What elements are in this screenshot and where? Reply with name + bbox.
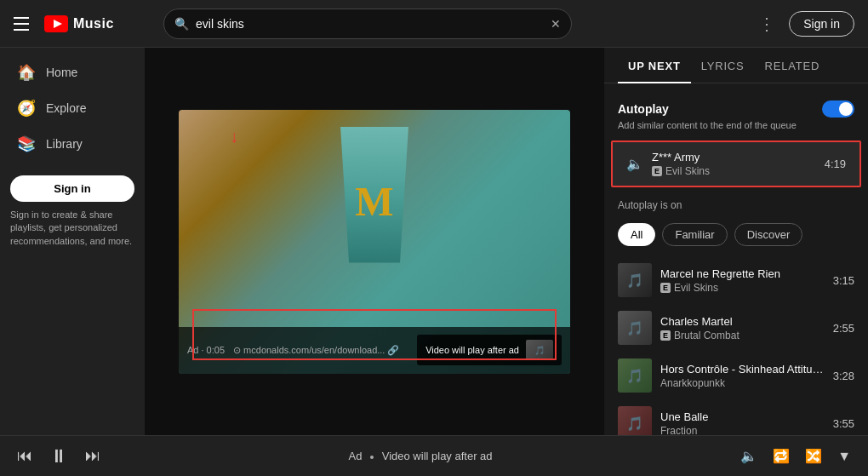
ad-status-bar: Ad Video will play after ad	[117, 450, 723, 462]
queue-item-title: Marcel ne Regrette Rien	[660, 267, 825, 280]
chip-familiar[interactable]: Familiar	[662, 223, 727, 246]
queue-item-info: Marcel ne Regrette Rien E Evil Skins	[660, 267, 825, 294]
main-content: 🏠 Home 🧭 Explore 📚 Library Sign in Sign …	[0, 48, 868, 435]
tab-related[interactable]: RELATED	[755, 48, 831, 83]
queue-item-duration: 2:55	[833, 322, 854, 335]
repeat-button[interactable]: 🔁	[769, 444, 793, 467]
ad-bar: Ad · 0:05 ⊙ mcdonalds.com/us/en/download…	[179, 327, 570, 374]
app-title: Music	[73, 16, 114, 32]
explicit-badge: E	[652, 166, 662, 176]
artist-name: Anarkkopunkk	[660, 377, 725, 389]
sidebar-signin-area: Sign in Sign in to create & share playli…	[10, 175, 134, 248]
bottom-bar: ⏮ ⏸ ⏭ Ad Video will play after ad 🔈 🔁 🔀 …	[0, 435, 868, 476]
queue-item-title: Une Balle	[660, 410, 825, 423]
queue-item-thumbnail: 🎵	[618, 406, 652, 435]
now-playing-duration: 4:19	[825, 158, 846, 170]
previous-button[interactable]: ⏮	[14, 444, 36, 468]
library-icon: 📚	[17, 135, 34, 153]
queue-item-duration: 3:55	[833, 417, 854, 430]
chip-all[interactable]: All	[618, 223, 655, 246]
explicit-badge: E	[660, 330, 671, 341]
queue-content: Autoplay Add similar content to the end …	[604, 83, 868, 435]
now-playing-artist: E Evil Skins	[652, 165, 816, 177]
sidebar-label-explore: Explore	[46, 101, 86, 115]
queue-item-artist: E Evil Skins	[660, 282, 825, 294]
autoplay-is-on-text: Autoplay is on	[604, 194, 868, 220]
search-icon: 🔍	[174, 17, 189, 31]
queue-item-info: Charles Martel E Brutal Combat	[660, 315, 825, 341]
now-playing-info: Z*** Army E Evil Skins	[652, 151, 816, 177]
right-playback-controls: 🔈 🔁 🔀 ▼	[737, 444, 854, 467]
pause-button[interactable]: ⏸	[46, 442, 71, 471]
now-playing-title: Z*** Army	[652, 151, 816, 163]
logo-area[interactable]: Music	[44, 15, 114, 32]
sidebar-label-home: Home	[46, 66, 77, 79]
sidebar-label-library: Library	[46, 137, 83, 151]
queue-item[interactable]: 🎵 Marcel ne Regrette Rien E Evil Skins 3…	[611, 256, 861, 304]
signin-button-topbar[interactable]: Sign in	[789, 11, 854, 37]
tab-up-next[interactable]: UP NEXT	[618, 48, 691, 83]
autoplay-row: Autoplay	[618, 100, 854, 118]
thumb-icon: 🎵	[626, 368, 643, 384]
thumb-icon: 🎵	[626, 272, 643, 289]
playback-controls: ⏮ ⏸ ⏭	[14, 442, 104, 471]
annotation-arrow-down: ↓	[230, 127, 238, 146]
clear-search-icon[interactable]: ✕	[551, 17, 561, 31]
queue-item[interactable]: 🎵 Hors Contrôle - Skinhead Attitude Anar…	[611, 352, 861, 399]
chip-discover[interactable]: Discover	[734, 223, 803, 246]
youtube-music-logo	[44, 15, 68, 32]
sidebar-item-home[interactable]: 🏠 Home	[0, 54, 145, 90]
tab-lyrics[interactable]: LYRICS	[691, 48, 755, 83]
queue-tabs: UP NEXT LYRICS RELATED	[604, 48, 868, 83]
ad-url-text: ⊙ mcdonalds.com/us/en/download... 🔗	[233, 345, 399, 356]
queue-list: 🎵 Marcel ne Regrette Rien E Evil Skins 3…	[604, 256, 868, 435]
search-bar: 🔍 ✕	[163, 9, 572, 39]
ad-timer-text: Ad · 0:05	[187, 345, 225, 355]
explore-icon: 🧭	[17, 99, 34, 118]
mini-thumb-icon: 🎵	[534, 346, 545, 355]
queue-item[interactable]: 🎵 Charles Martel E Brutal Combat 2:55	[611, 304, 861, 352]
shuffle-button[interactable]: 🔀	[802, 444, 825, 467]
autoplay-section: Autoplay Add similar content to the end …	[604, 94, 868, 141]
thumb-icon: 🎵	[626, 320, 643, 336]
queue-item-artist: Anarkkopunkk	[660, 377, 825, 389]
ad-label: Ad	[349, 450, 363, 462]
now-playing-row[interactable]: 🔈 Z*** Army E Evil Skins 4:19	[611, 141, 861, 187]
sidebar-signin-button[interactable]: Sign in	[10, 175, 134, 202]
explicit-badge: E	[660, 283, 671, 293]
artist-name: Brutal Combat	[674, 330, 740, 341]
artist-name: Fraction	[660, 425, 697, 436]
video-thumbnail[interactable]: M ↓ Ad · 0:05 ⊙ mcdonalds.com/us/en/down…	[179, 110, 570, 374]
hamburger-icon[interactable]	[14, 14, 34, 34]
mini-thumbnail: 🎵	[526, 340, 553, 360]
volume-button[interactable]: 🔈	[737, 444, 761, 467]
status-separator	[370, 456, 374, 459]
search-input[interactable]	[196, 17, 544, 31]
autoplay-description: Add similar content to the end of the qu…	[618, 120, 854, 130]
topbar-right: ⋮ Sign in	[755, 10, 854, 37]
queue-item-duration: 3:15	[833, 274, 854, 287]
player-area: M ↓ Ad · 0:05 ⊙ mcdonalds.com/us/en/down…	[145, 48, 604, 435]
queue-expand-button[interactable]: ▼	[834, 445, 854, 467]
queue-item-title: Hors Contrôle - Skinhead Attitude	[660, 363, 825, 376]
video-will-play-box: Video will play after ad 🎵	[417, 335, 562, 365]
right-panel: UP NEXT LYRICS RELATED Autoplay Add simi…	[604, 48, 868, 435]
queue-item-duration: 3:28	[833, 370, 854, 382]
now-playing-speaker-icon: 🔈	[626, 156, 643, 172]
autoplay-label: Autoplay	[618, 102, 669, 116]
status-text: Video will play after ad	[382, 450, 493, 462]
queue-item[interactable]: 🎵 Une Balle Fraction 3:55	[611, 399, 861, 435]
topbar-left: Music	[14, 14, 150, 34]
queue-item-artist: Fraction	[660, 425, 825, 436]
mcdonalds-logo: M	[355, 178, 393, 225]
home-icon: 🏠	[17, 63, 34, 82]
sidebar-signin-description: Sign in to create & share playlists, get…	[10, 209, 134, 248]
autoplay-toggle[interactable]	[822, 100, 854, 118]
thumb-icon: 🎵	[626, 416, 643, 432]
sidebar-item-library[interactable]: 📚 Library	[0, 126, 145, 162]
video-will-play-text: Video will play after ad	[425, 345, 519, 355]
sidebar-item-explore[interactable]: 🧭 Explore	[0, 90, 145, 126]
more-options-button[interactable]: ⋮	[755, 10, 779, 37]
sidebar: 🏠 Home 🧭 Explore 📚 Library Sign in Sign …	[0, 48, 145, 435]
next-button[interactable]: ⏭	[82, 444, 104, 468]
